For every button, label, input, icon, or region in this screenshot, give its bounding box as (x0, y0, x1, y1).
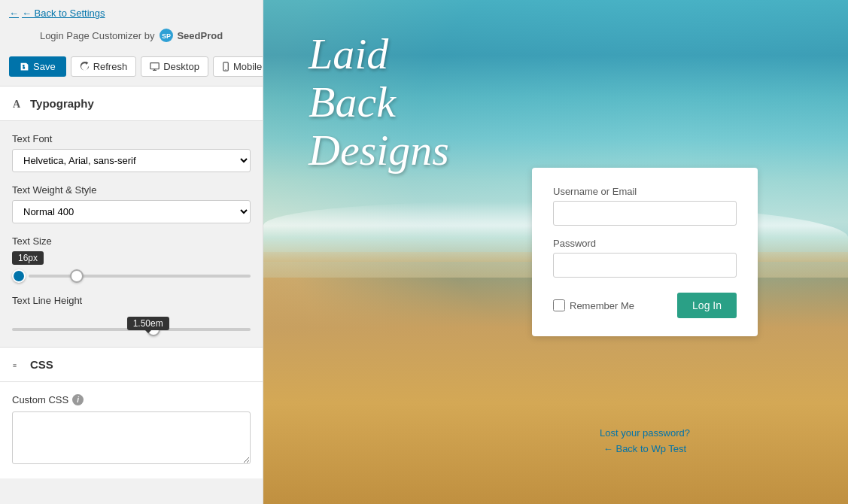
lost-password-text: Lost your password? (600, 427, 690, 439)
save-label: Save (33, 61, 56, 72)
seedprod-logo: SP SeedProd (159, 28, 223, 43)
right-panel: Laid Back Designs Username or Email Pass… (263, 0, 848, 504)
text-weight-select[interactable]: Normal 400 Bold 700 Light 300 Italic 400 (12, 200, 251, 223)
password-label: Password (553, 238, 737, 249)
svg-text:≡: ≡ (13, 362, 17, 369)
panel-body: Text Font Helvetica, Arial, sans-serif G… (0, 121, 263, 347)
login-button[interactable]: Log In (677, 293, 737, 318)
typography-section-label: Typography (30, 97, 94, 110)
typography-section-header: A Typography (0, 87, 263, 121)
slider-thumb-blue (12, 269, 26, 283)
brand-logo-text: SeedProd (177, 30, 223, 41)
css-icon: ≡ (12, 359, 24, 371)
login-links: Lost your password? ← Back to Wp Test (532, 427, 758, 459)
back-to-settings-label: ← Back to Settings (22, 8, 105, 19)
text-weight-group: Text Weight & Style Normal 400 Bold 700 … (12, 184, 251, 223)
text-size-slider[interactable] (29, 275, 251, 278)
toolbar: Save Refresh Desktop Mobile (0, 50, 263, 86)
username-label: Username or Email (553, 186, 737, 197)
line-height-tooltip: 1.50em (127, 317, 169, 330)
refresh-icon (80, 62, 90, 71)
svg-point-4 (225, 69, 226, 70)
remember-me-text: Remember Me (570, 300, 634, 311)
text-font-select[interactable]: Helvetica, Arial, sans-serif Georgia, se… (12, 149, 251, 172)
brand-text: Login Page Customizer by (40, 30, 154, 41)
back-to-settings-link[interactable]: ← ← Back to Settings (0, 0, 263, 23)
desktop-icon (150, 62, 160, 71)
custom-css-label-text: Custom CSS (12, 394, 68, 405)
mobile-button[interactable]: Mobile (213, 56, 263, 77)
login-button-label: Log In (692, 299, 722, 311)
text-line-height-group: Text Line Height 1.50em (12, 295, 251, 333)
text-line-height-label: Text Line Height (12, 295, 251, 306)
text-size-badge: 16px (12, 251, 44, 265)
custom-css-label-row: Custom CSS i (12, 394, 251, 405)
mobile-icon (222, 62, 229, 71)
text-size-slider-container (12, 269, 251, 283)
brand-line1: Laid (309, 30, 449, 78)
back-to-wp-link[interactable]: ← Back to Wp Test (532, 443, 758, 454)
refresh-label: Refresh (93, 61, 128, 72)
save-icon (20, 62, 29, 71)
remember-me-label: Remember Me (553, 299, 634, 311)
back-to-wp-text: ← Back to Wp Test (603, 443, 686, 454)
info-icon: i (72, 394, 84, 405)
lost-password-link[interactable]: Lost your password? (532, 427, 758, 439)
login-card: Username or Email Password Remember Me L… (532, 168, 758, 336)
text-weight-label: Text Weight & Style (12, 184, 251, 196)
brand-bar: Login Page Customizer by SP SeedProd (0, 23, 263, 50)
desktop-button[interactable]: Desktop (141, 56, 208, 77)
remember-me-checkbox[interactable] (553, 299, 565, 311)
brand-title: Laid Back Designs (309, 30, 449, 174)
svg-text:SP: SP (162, 32, 171, 40)
back-arrow-icon: ← (9, 8, 19, 19)
brand-line2: Back (309, 78, 449, 126)
login-row: Remember Me Log In (553, 293, 737, 318)
brand-line3: Designs (309, 126, 449, 175)
svg-text:A: A (13, 99, 21, 110)
custom-css-textarea[interactable] (12, 411, 251, 464)
css-section-header: ≡ CSS (0, 347, 263, 382)
username-input[interactable] (553, 201, 737, 226)
text-font-label: Text Font (12, 133, 251, 144)
desktop-label: Desktop (163, 61, 199, 72)
line-height-slider-wrapper: 1.50em (12, 321, 251, 333)
text-font-group: Text Font Helvetica, Arial, sans-serif G… (12, 133, 251, 172)
typography-icon: A (12, 98, 24, 110)
text-size-group: Text Size 16px (12, 235, 251, 283)
custom-css-area: Custom CSS i (0, 382, 263, 478)
css-section-label: CSS (30, 358, 53, 371)
seedprod-icon: SP (159, 28, 174, 43)
refresh-button[interactable]: Refresh (71, 56, 137, 77)
save-button[interactable]: Save (9, 56, 66, 77)
mobile-label: Mobile (233, 61, 262, 72)
svg-rect-2 (150, 63, 159, 69)
password-input[interactable] (553, 253, 737, 278)
text-size-label: Text Size (12, 235, 251, 247)
left-panel: ← ← Back to Settings Login Page Customiz… (0, 0, 263, 504)
